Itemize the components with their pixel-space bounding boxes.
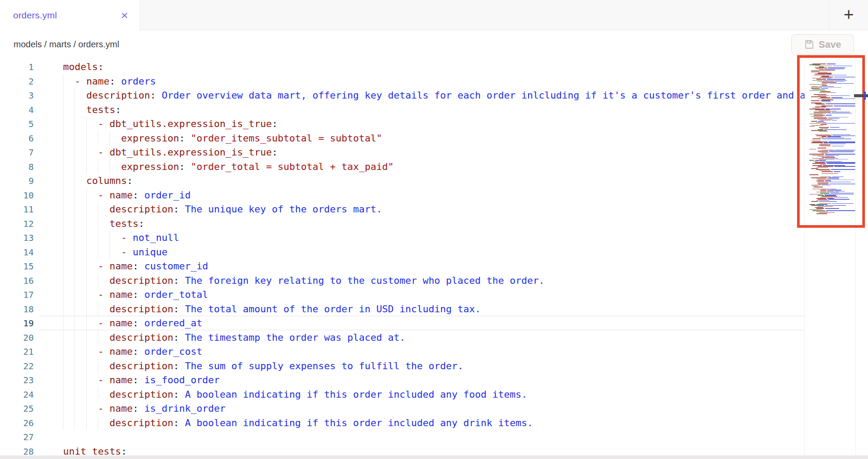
code-line[interactable]: 19 - name: ordered_at	[0, 316, 804, 331]
line-number[interactable]: 21	[0, 345, 34, 359]
line-number[interactable]: 27	[0, 430, 34, 445]
horizontal-scrollbar[interactable]	[0, 455, 868, 459]
minimap-row	[809, 204, 855, 205]
code-line[interactable]: 22 description: The sum of supply expens…	[0, 359, 804, 374]
code-line[interactable]: 3 description: Order overview data mart,…	[0, 88, 804, 103]
code-line[interactable]: 1models:	[0, 60, 804, 74]
line-number[interactable]: 28	[0, 445, 34, 456]
minimap-row	[809, 192, 855, 193]
minimap-row	[809, 89, 855, 90]
line-number[interactable]: 14	[0, 245, 34, 260]
code-text: tests:	[63, 217, 144, 231]
save-button[interactable]: Save	[791, 34, 854, 55]
overview-ruler-cursor-tick	[864, 92, 866, 100]
new-tab-button[interactable]: +	[829, 0, 868, 30]
code-line[interactable]: 5 - dbt_utils.expression_is_true:	[0, 117, 804, 131]
line-number[interactable]: 2	[0, 74, 34, 89]
code-line[interactable]: 11 description: The unique key of the or…	[0, 202, 804, 217]
minimap-row	[809, 138, 855, 139]
code-line[interactable]: 25 - name: is_drink_order	[0, 402, 804, 416]
minimap-row	[809, 163, 855, 164]
code-line[interactable]: 26 description: A boolean indicating if …	[0, 416, 804, 431]
minimap-row	[809, 77, 855, 78]
code-line[interactable]: 7 - dbt_utils.expression_is_true:	[0, 145, 804, 160]
code-line[interactable]: 15 - name: customer_id	[0, 259, 804, 274]
code-lines: 1models:2 - name: orders3 description: O…	[0, 58, 804, 455]
minimap-row	[809, 171, 855, 172]
line-number[interactable]: 10	[0, 188, 34, 203]
code-line[interactable]: 16 description: The foreign key relating…	[0, 274, 804, 288]
line-number[interactable]: 23	[0, 373, 34, 388]
minimap-row	[809, 189, 855, 190]
minimap-row	[809, 102, 855, 103]
line-number[interactable]: 11	[0, 202, 34, 217]
code-text: description: Order overview data mart, o…	[63, 88, 804, 103]
minimap-row	[809, 145, 855, 145]
line-number[interactable]: 7	[0, 145, 34, 160]
minimap-row	[809, 71, 855, 71]
code-text: - name: ordered_at	[63, 316, 202, 331]
minimap-row	[809, 114, 855, 115]
line-number[interactable]: 25	[0, 402, 34, 416]
code-editor[interactable]: 1models:2 - name: orders3 description: O…	[0, 58, 868, 455]
code-line[interactable]: 4 tests:	[0, 103, 804, 117]
tab-orders-yml[interactable]: orders.yml ✕	[0, 0, 140, 31]
code-line[interactable]: 13 - not_null	[0, 231, 804, 245]
line-number[interactable]: 4	[0, 103, 34, 117]
code-line[interactable]: 20 description: The timestamp the order …	[0, 331, 804, 345]
code-line[interactable]: 8 expression: "order_total = subtotal + …	[0, 160, 804, 174]
line-number[interactable]: 24	[0, 388, 34, 402]
line-number[interactable]: 6	[0, 131, 34, 146]
line-number[interactable]: 15	[0, 259, 34, 274]
code-line[interactable]: 10 - name: order_id	[0, 188, 804, 203]
minimap-row	[809, 194, 855, 195]
code-area[interactable]: 1models:2 - name: orders3 description: O…	[0, 58, 804, 455]
code-line[interactable]: 6 expression: "order_items_subtotal = su…	[0, 131, 804, 146]
code-line[interactable]: 2 - name: orders	[0, 74, 804, 89]
line-number[interactable]: 1	[0, 60, 34, 74]
minimap-row	[809, 136, 855, 137]
minimap-row	[809, 106, 855, 106]
minimap-row	[809, 174, 855, 175]
line-number[interactable]: 12	[0, 217, 34, 231]
line-number[interactable]: 17	[0, 288, 34, 302]
minimap-row	[809, 151, 855, 152]
code-line[interactable]: 12 tests:	[0, 217, 804, 231]
minimap-row	[809, 191, 855, 192]
line-number[interactable]: 13	[0, 231, 34, 245]
line-number[interactable]: 20	[0, 331, 34, 345]
code-line[interactable]: 14 - unique	[0, 245, 804, 260]
line-number[interactable]: 5	[0, 117, 34, 131]
minimap[interactable]	[809, 64, 855, 215]
line-number[interactable]: 8	[0, 160, 34, 174]
code-line[interactable]: 21 - name: order_cost	[0, 345, 804, 359]
line-number[interactable]: 19	[0, 316, 34, 331]
minimap-row	[809, 72, 855, 73]
minimap-row	[809, 146, 855, 147]
minimap-row	[809, 132, 855, 133]
minimap-row	[809, 177, 855, 178]
minimap-row	[809, 81, 855, 82]
code-line[interactable]: 27	[0, 430, 804, 445]
line-number[interactable]: 22	[0, 359, 34, 374]
code-line[interactable]: 28unit_tests:	[0, 445, 804, 456]
code-line[interactable]: 23 - name: is_food_order	[0, 373, 804, 388]
minimap-row	[809, 86, 855, 87]
code-text: description: The foreign key relating to…	[63, 274, 544, 288]
minimap-row	[809, 78, 855, 79]
minimap-row	[809, 85, 855, 86]
code-line[interactable]: 9 columns:	[0, 174, 804, 188]
code-text: - unique	[63, 245, 167, 260]
minimap-row	[809, 76, 855, 77]
code-line[interactable]: 17 - name: order_total	[0, 288, 804, 302]
code-line[interactable]: 24 description: A boolean indicating if …	[0, 388, 804, 402]
code-line[interactable]: 18 description: The total amount of the …	[0, 302, 804, 317]
close-icon[interactable]: ✕	[120, 11, 128, 20]
line-number[interactable]: 26	[0, 416, 34, 431]
line-number[interactable]: 16	[0, 274, 34, 288]
minimap-row	[809, 95, 855, 96]
minimap-row	[809, 184, 855, 184]
line-number[interactable]: 9	[0, 174, 34, 188]
line-number[interactable]: 18	[0, 302, 34, 317]
line-number[interactable]: 3	[0, 88, 34, 103]
